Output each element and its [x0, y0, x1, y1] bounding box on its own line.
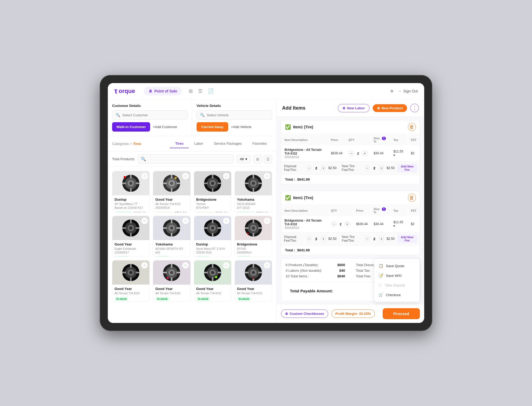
svg-rect-41	[136, 227, 139, 229]
grid-nav-icon[interactable]: ⊞	[189, 88, 193, 94]
product-price: $630.44	[216, 211, 227, 213]
signout-button[interactable]: → Sign Out	[398, 89, 418, 93]
newtire-decrease-button[interactable]: −	[365, 165, 370, 171]
nav-point-of-sale[interactable]: 🖥 Point of Sale	[144, 87, 182, 95]
settings-button[interactable]: ⚙	[390, 89, 394, 93]
list-item[interactable]: ☆ Good Year Eagle Exhilarate225/65R17 In…	[112, 216, 150, 257]
qty-increase-button[interactable]: +	[362, 150, 368, 156]
favorite-button[interactable]: ☆	[182, 262, 189, 269]
new-product-button[interactable]: ⊕ New Product	[373, 104, 407, 112]
tab-labor[interactable]: Labor	[189, 139, 208, 148]
doc-nav-icon[interactable]: 📄	[208, 88, 214, 94]
walkin-customer-button[interactable]: Walk-in Customer	[112, 122, 150, 132]
filter-select[interactable]: All ▾	[237, 155, 251, 163]
products-search-input[interactable]	[148, 157, 231, 161]
add-new-fee-button[interactable]: Add New Fee	[397, 164, 417, 172]
list-item[interactable]: ☆ Good Year All-Terrain T/A KO2 In-stock	[153, 260, 190, 302]
svg-rect-30	[253, 175, 254, 178]
newtire-qty: 2	[372, 166, 376, 170]
svg-rect-63	[253, 233, 254, 237]
list-item[interactable]: ☆ Dunlop Sport Maxx RT 2 SUV235/55 R19 I…	[194, 216, 231, 257]
carried-away-button[interactable]: Carried Away	[197, 122, 228, 132]
delete-item-2-button[interactable]: 🗑	[408, 194, 416, 202]
favorite-button[interactable]: ☆	[182, 218, 189, 224]
list-item[interactable]: ☆ Good Year All-Terrain T/A KO2 In-stock	[112, 260, 150, 302]
products-toolbar: Total Products: 🔍 All ▾ ⊞ ☰	[108, 152, 276, 167]
grid-view-button[interactable]: ⊞	[253, 155, 262, 163]
disposal2-increase-button[interactable]: +	[321, 236, 326, 242]
disposal-decrease-button[interactable]: −	[307, 165, 311, 171]
list-item[interactable]: ☆ Yokohama GEOLANDARA/T G015 In-stock 66…	[235, 171, 272, 213]
add-customer-button[interactable]: +Add Customer	[153, 125, 177, 129]
qty2-increase-button[interactable]: +	[344, 221, 350, 227]
disposal2-decrease-button[interactable]: −	[307, 236, 311, 242]
customer-search-wrap: 🔍	[112, 110, 188, 120]
product-price: $854.08	[130, 256, 142, 257]
favorite-button[interactable]: ☆	[223, 173, 230, 179]
list-item[interactable]: ☆ Good Year All-Terrain T/A KO2 In-stock	[194, 260, 231, 302]
product-brand: Good Year	[237, 287, 270, 291]
profit-margin-button[interactable]: Profit Margin: 33.33%	[331, 310, 375, 318]
newtire2-increase-button[interactable]: +	[379, 236, 384, 242]
svg-point-92	[215, 276, 217, 278]
more-options-button[interactable]: ⋮	[410, 104, 419, 112]
list-item[interactable]: ☆ Yokohama ADVAN SPORT® EV A/S In-stock …	[153, 216, 190, 257]
svg-point-21	[211, 182, 214, 185]
tab-tires[interactable]: Tires	[170, 139, 189, 148]
product-desc: All-Terrain T/A KO2	[155, 291, 188, 295]
item-description: Bridgestone - All Terrain T/A KO2 255/55…	[282, 146, 328, 161]
qty-decrease-button[interactable]: −	[348, 150, 354, 156]
new-labor-button[interactable]: ⊕ New Labor	[338, 104, 369, 112]
proceed-button[interactable]: Proceed	[383, 308, 420, 319]
svg-rect-57	[217, 227, 221, 229]
plus-icon: ⊕	[342, 106, 345, 110]
list-item[interactable]: ☆ Bridgestone EP150165/65R14 In-stock $6…	[235, 216, 272, 257]
add-new-fee-2-button[interactable]: Add New Fee	[397, 234, 417, 243]
favorite-button[interactable]: ☆	[141, 218, 148, 224]
favorite-button[interactable]: ☆	[264, 218, 270, 224]
product-desc: All-Terrain T/A KO2	[237, 291, 270, 295]
tab-favorites[interactable]: Favorites	[247, 139, 272, 148]
list-item[interactable]: ☆ Good Year All-Terrain T/A KO2 In-stock	[235, 260, 272, 302]
save-quote-menu-item[interactable]: 📋 Save Quote	[374, 261, 419, 271]
vehicle-search-input[interactable]	[207, 113, 269, 117]
list-nav-icon[interactable]: ☰	[198, 88, 202, 94]
checkout-menu-item[interactable]: 🛒 Checkout	[374, 290, 419, 300]
stock-badge: In-stock	[237, 256, 251, 257]
svg-rect-6	[122, 182, 126, 184]
newtire-increase-button[interactable]: +	[379, 165, 384, 171]
products-grid: ☆ Dunlop SP SportMaxx TTBased on 225/50 …	[108, 167, 276, 306]
product-brand: Good Year	[155, 198, 188, 202]
favorite-button[interactable]: ☆	[182, 173, 189, 179]
favorite-button[interactable]: ☆	[264, 173, 270, 179]
list-item[interactable]: ☆ Bridgestone TechnoB70-RWT In-stock 19 …	[194, 171, 231, 213]
product-price: $710.68	[175, 211, 186, 213]
svg-rect-32	[245, 182, 249, 184]
add-vehicle-button[interactable]: +Add Vehicle	[231, 125, 251, 129]
product-brand: Good Year	[155, 287, 188, 291]
svg-rect-5	[130, 188, 132, 192]
product-price: $928.41	[256, 211, 268, 213]
product-brand: Dunlop	[114, 198, 147, 202]
list-view-button[interactable]: ☰	[264, 155, 272, 163]
favorite-button[interactable]: ☆	[223, 218, 230, 224]
custom-checkboxes-button[interactable]: ⊕ Custom Checkboxes	[281, 310, 328, 318]
product-desc: SP SportMaxx TTBased on 225/50 R17	[114, 202, 147, 210]
customer-search-input[interactable]	[122, 113, 184, 117]
categories-label: Categories > Tires	[112, 142, 141, 146]
qty2-decrease-button[interactable]: −	[331, 221, 337, 227]
newtire2-decrease-button[interactable]: −	[365, 236, 370, 242]
stock-badge: In-stock	[196, 297, 210, 301]
tab-service-packages[interactable]: Service Packages	[208, 139, 247, 148]
delete-item-button[interactable]: 🗑	[408, 123, 416, 131]
svg-rect-100	[258, 272, 262, 273]
list-item[interactable]: ☆ Good Year All-Terrain T/A KO2255/55R18…	[153, 171, 190, 213]
favorite-button[interactable]: ☆	[223, 262, 230, 269]
disposal-increase-button[interactable]: +	[321, 165, 326, 171]
gear-icon: ⚙	[390, 89, 394, 93]
list-item[interactable]: ☆ Dunlop SP SportMaxx TTBased on 225/50 …	[112, 171, 150, 213]
product-price: $275.43	[212, 256, 223, 257]
category-tabs: Tires Labor Service Packages Favorites	[170, 139, 272, 148]
add-items-title: Add Items	[282, 105, 335, 111]
save-wo-menu-item[interactable]: 📝 Save W/O	[374, 271, 419, 280]
